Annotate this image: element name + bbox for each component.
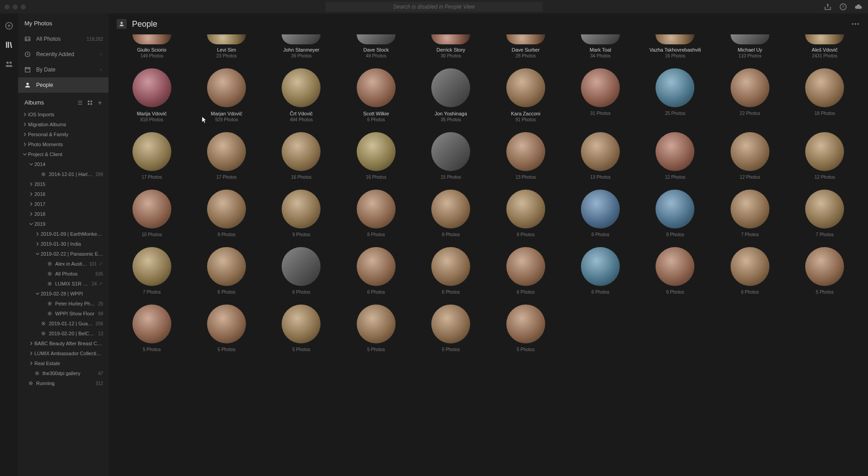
maximize-window-button[interactable] <box>21 5 26 10</box>
person-item[interactable]: Dave Surber 28 Photos <box>491 34 560 58</box>
person-item[interactable]: Vazha Tskhovrebashvili 16 Photos <box>641 34 709 58</box>
person-item[interactable]: 9 Photos <box>267 190 335 237</box>
album-tree-item[interactable]: iOS Imports <box>18 109 108 119</box>
album-tree-item[interactable]: 2019 <box>18 219 108 229</box>
album-tree-item[interactable]: 2019-01-30 | India <box>18 239 108 249</box>
album-tree-item[interactable]: WPPI Show Floor99 <box>18 309 108 319</box>
person-item[interactable]: 5 Photos <box>342 305 410 352</box>
album-tree-item[interactable]: 2016 <box>18 189 108 199</box>
person-item[interactable]: 8 Photos <box>491 190 560 237</box>
more-icon[interactable] <box>851 19 860 29</box>
person-item[interactable]: Črt Vdovič 494 Photos <box>267 68 335 122</box>
album-tree-item[interactable]: Photo Moments <box>18 139 108 149</box>
person-item[interactable]: 6 Photos <box>192 247 260 295</box>
album-tree-item[interactable]: LUMIX S1R by P...24 <box>18 279 108 289</box>
person-item[interactable]: 6 Photos <box>641 247 709 295</box>
album-tree-item[interactable]: 2014-12-01 | Harlee...299 <box>18 169 108 179</box>
album-tree-item[interactable]: BABC Beauty After Breast Cancer <box>18 338 108 348</box>
person-item[interactable]: 13 Photos <box>491 132 560 180</box>
album-tree-item[interactable]: Alex in Austin on...101 <box>18 259 108 269</box>
person-item[interactable]: 12 Photos <box>641 132 709 180</box>
person-item[interactable]: 16 Photos <box>342 132 410 180</box>
album-tree-item[interactable]: 2017 <box>18 199 108 209</box>
nav-item-people[interactable]: People <box>18 77 108 93</box>
person-item[interactable]: 8 Photos <box>417 190 485 237</box>
person-item[interactable]: 9 Photos <box>192 190 260 237</box>
person-item[interactable]: 13 Photos <box>566 132 634 180</box>
add-album-icon[interactable] <box>97 100 103 106</box>
person-item[interactable]: Michael Uy 110 Photos <box>716 34 784 58</box>
person-item[interactable]: Aleš Vdovič 2431 Photos <box>791 34 859 58</box>
person-item[interactable]: John Stanmeyer 39 Photos <box>267 34 335 58</box>
person-item[interactable]: 6 Photos <box>491 247 560 295</box>
album-tree-item[interactable]: 2019-02-20 | BelCur...13 <box>18 328 108 338</box>
person-item[interactable]: Levi Sim 23 Photos <box>192 34 260 58</box>
album-tree-item[interactable]: the300dpi gallery47 <box>18 368 108 378</box>
person-item[interactable]: Kara Zacconi 91 Photos <box>491 68 560 122</box>
person-item[interactable]: Mark Toal 34 Photos <box>566 34 634 58</box>
person-item[interactable]: 25 Photos <box>641 68 709 122</box>
person-item[interactable]: 5 Photos <box>417 305 485 352</box>
person-item[interactable]: Scott Wilkie 6 Photos <box>342 68 410 122</box>
person-item[interactable]: Dave Stock 48 Photos <box>342 34 410 58</box>
person-item[interactable]: 7 Photos <box>791 190 859 237</box>
list-view-icon[interactable] <box>77 100 83 106</box>
album-tree-item[interactable]: Personal & Family <box>18 129 108 139</box>
person-item[interactable]: 12 Photos <box>791 132 859 180</box>
album-tree-item[interactable]: 2015 <box>18 179 108 189</box>
person-item[interactable]: 17 Photos <box>192 132 260 180</box>
person-item[interactable]: 8 Photos <box>342 190 410 237</box>
person-item[interactable]: 10 Photos <box>118 190 186 237</box>
person-item[interactable]: 7 Photos <box>118 247 186 295</box>
grid-view-icon[interactable] <box>87 100 93 106</box>
person-item[interactable]: 22 Photos <box>716 68 784 122</box>
person-item[interactable]: 6 Photos <box>342 247 410 295</box>
person-item[interactable]: 5 Photos <box>491 305 560 352</box>
nav-item-all-photos[interactable]: All Photos 119,282 <box>18 31 108 47</box>
person-item[interactable]: Marjan Vdovič 929 Photos <box>192 68 260 122</box>
album-tree-item[interactable]: Project & Client <box>18 149 108 159</box>
album-tree-item[interactable]: Running312 <box>18 378 108 388</box>
nav-item-recently-added[interactable]: Recently Added <box>18 47 108 62</box>
person-item[interactable]: Marija Vdovič 818 Photos <box>118 68 186 122</box>
album-tree-item[interactable]: 2019-01-12 | Guate...206 <box>18 319 108 328</box>
person-item[interactable]: Jon Yoshinaga 35 Photos <box>417 68 485 122</box>
person-item[interactable]: 5 Photos <box>118 305 186 352</box>
person-item[interactable]: 6 Photos <box>267 247 335 295</box>
person-item[interactable]: 7 Photos <box>716 190 784 237</box>
person-item[interactable]: 5 Photos <box>791 247 859 295</box>
album-tree-item[interactable]: 2018 <box>18 209 108 219</box>
minimize-window-button[interactable] <box>13 5 18 10</box>
close-window-button[interactable] <box>5 5 9 10</box>
album-tree-item[interactable]: Migration Albums <box>18 119 108 129</box>
sharing-icon[interactable] <box>4 59 14 69</box>
person-item[interactable]: 31 Photos <box>566 68 634 122</box>
album-tree-item[interactable]: All Photos635 <box>18 269 108 279</box>
person-item[interactable]: 16 Photos <box>267 132 335 180</box>
library-icon[interactable] <box>4 40 14 50</box>
cloud-icon[interactable] <box>854 3 863 11</box>
album-tree-item[interactable]: Real Estate <box>18 358 108 368</box>
add-icon[interactable] <box>4 21 14 31</box>
person-item[interactable]: 6 Photos <box>566 247 634 295</box>
share-icon[interactable] <box>824 3 832 11</box>
person-item[interactable]: 5 Photos <box>192 305 260 352</box>
person-item[interactable]: 6 Photos <box>417 247 485 295</box>
album-tree-item[interactable]: 2019-02-22 | Panasonic Event <box>18 249 108 259</box>
person-item[interactable]: 17 Photos <box>118 132 186 180</box>
person-item[interactable]: 12 Photos <box>716 132 784 180</box>
person-item[interactable]: Giulio Sciorio 149 Photos <box>118 34 186 58</box>
nav-item-by-date[interactable]: By Date <box>18 62 108 77</box>
person-item[interactable]: 8 Photos <box>641 190 709 237</box>
person-item[interactable]: 18 Photos <box>791 68 859 122</box>
album-tree-item[interactable]: Peter Hurley Ph...25 <box>18 299 108 309</box>
people-grid-scroll[interactable]: Giulio Sciorio 149 Photos Levi Sim 23 Ph… <box>108 34 868 476</box>
person-item[interactable]: 6 Photos <box>716 247 784 295</box>
album-tree-item[interactable]: 2014 <box>18 159 108 169</box>
album-tree-item[interactable]: 2019-02-28 | WPPI <box>18 289 108 299</box>
person-item[interactable]: 8 Photos <box>566 190 634 237</box>
person-item[interactable]: 5 Photos <box>267 305 335 352</box>
album-tree-item[interactable]: 2019-01-09 | EarthMonkey S... <box>18 229 108 239</box>
person-item[interactable]: Derrick Story 30 Photos <box>417 34 485 58</box>
album-tree-item[interactable]: LUMIX Ambassador Collections <box>18 348 108 358</box>
